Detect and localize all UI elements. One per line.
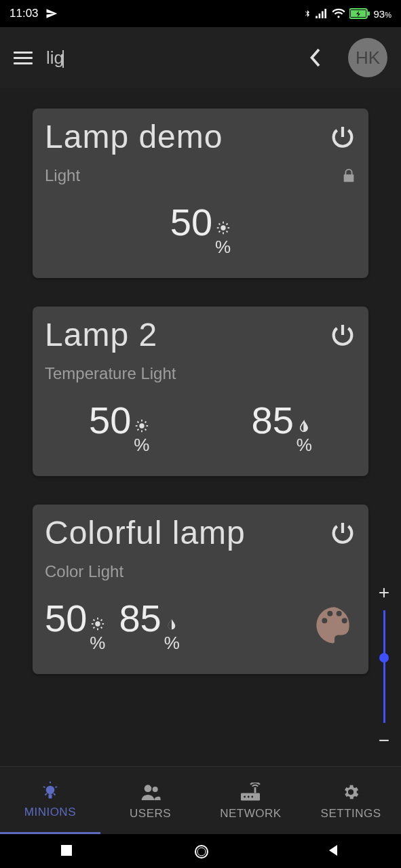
svg-point-34 <box>46 786 55 795</box>
power-button[interactable] <box>329 123 356 151</box>
svg-line-32 <box>93 627 94 629</box>
svg-rect-3 <box>324 9 326 18</box>
status-time: 11:03 <box>9 7 39 20</box>
app-header: lig HK <box>0 27 401 88</box>
brightness-icon <box>216 220 231 235</box>
battery-icon <box>349 8 370 19</box>
menu-button[interactable] <box>14 52 33 64</box>
status-bar: 11:03 93% <box>0 0 401 27</box>
svg-line-22 <box>145 429 146 431</box>
card-subtitle: Color Light <box>45 562 356 581</box>
sys-back-button[interactable] <box>327 844 342 859</box>
svg-line-23 <box>137 429 138 431</box>
svg-point-44 <box>244 795 246 797</box>
svg-line-31 <box>100 627 102 629</box>
svg-line-15 <box>226 223 227 224</box>
svg-point-41 <box>144 785 151 792</box>
avatar[interactable]: HK <box>348 38 387 77</box>
svg-point-7 <box>221 225 225 230</box>
brightness-stat: 50 % <box>45 596 105 654</box>
svg-point-16 <box>139 423 144 428</box>
slider-thumb[interactable] <box>379 653 389 663</box>
palette-icon[interactable] <box>313 604 356 647</box>
card-subtitle: Light <box>45 166 80 185</box>
svg-point-50 <box>197 848 206 856</box>
device-card-lamp-demo[interactable]: Lamp demo Light 50 % <box>33 108 368 278</box>
svg-line-37 <box>55 787 57 787</box>
svg-point-25 <box>95 621 100 626</box>
sys-home-button[interactable] <box>193 844 208 859</box>
search-input[interactable]: lig <box>46 47 295 68</box>
svg-rect-40 <box>48 794 52 798</box>
device-card-lamp-2[interactable]: Lamp 2 Temperature Light 50 % 85 <box>33 307 368 476</box>
svg-rect-2 <box>322 12 324 19</box>
slider-track[interactable] <box>383 610 385 723</box>
nav-label: NETWORK <box>220 807 281 821</box>
temperature-stat: 85 % <box>252 398 312 456</box>
temperature-stat: 85 % <box>119 596 179 654</box>
card-subtitle: Temperature Light <box>45 364 356 383</box>
svg-line-24 <box>145 421 146 422</box>
nav-settings[interactable]: SETTINGS <box>301 781 401 821</box>
gear-icon <box>341 781 360 802</box>
signal-icon <box>316 9 328 18</box>
power-button[interactable] <box>329 519 356 547</box>
svg-point-45 <box>248 795 250 797</box>
nav-label: SETTINGS <box>321 807 381 821</box>
lock-icon <box>341 167 356 184</box>
nav-network[interactable]: NETWORK <box>201 781 301 821</box>
droplet-icon <box>298 418 310 433</box>
power-button[interactable] <box>329 321 356 349</box>
svg-point-42 <box>152 787 157 792</box>
bottom-nav: MINIONS USERS NETWORK SETTINGS <box>0 766 401 834</box>
router-icon <box>239 781 262 802</box>
svg-rect-48 <box>61 845 72 856</box>
card-title: Colorful lamp <box>45 514 246 551</box>
svg-line-39 <box>54 793 56 795</box>
svg-line-30 <box>93 619 94 620</box>
back-button[interactable] <box>309 47 321 68</box>
svg-line-13 <box>226 231 227 233</box>
sys-recent-button[interactable] <box>60 844 75 859</box>
svg-rect-1 <box>318 14 320 18</box>
svg-rect-5 <box>368 12 370 16</box>
svg-line-36 <box>43 787 45 787</box>
svg-rect-0 <box>316 16 318 19</box>
droplet-icon <box>166 616 178 631</box>
svg-line-38 <box>45 793 47 795</box>
bulb-icon <box>40 780 60 800</box>
brightness-stat: 50 % <box>89 398 149 456</box>
brightness-stat: 50 % <box>170 200 231 258</box>
device-card-colorful-lamp[interactable]: Colorful lamp Color Light 50 % 85 <box>33 505 368 674</box>
svg-line-21 <box>137 421 138 422</box>
svg-line-14 <box>218 231 220 233</box>
battery-pct: 93% <box>374 8 392 20</box>
content-area: Lamp demo Light 50 % <box>0 88 401 766</box>
plus-icon[interactable]: + <box>379 582 389 604</box>
brightness-icon <box>134 418 149 433</box>
minus-icon[interactable]: − <box>379 730 389 751</box>
bluetooth-icon <box>303 8 311 19</box>
wifi-icon <box>332 8 345 19</box>
brightness-icon <box>90 616 105 631</box>
system-nav-bar <box>0 834 401 868</box>
zoom-slider[interactable]: + − <box>374 582 394 751</box>
nav-minions[interactable]: MINIONS <box>0 767 100 834</box>
nav-users[interactable]: USERS <box>100 781 201 821</box>
svg-rect-47 <box>254 787 256 793</box>
nav-label: USERS <box>130 807 171 821</box>
svg-point-46 <box>252 795 254 797</box>
svg-line-12 <box>218 223 220 224</box>
card-title: Lamp 2 <box>45 316 157 353</box>
users-icon <box>140 781 161 802</box>
card-title: Lamp demo <box>45 118 223 155</box>
telegram-icon <box>45 7 58 20</box>
svg-line-33 <box>100 619 102 620</box>
nav-label: MINIONS <box>24 806 76 819</box>
